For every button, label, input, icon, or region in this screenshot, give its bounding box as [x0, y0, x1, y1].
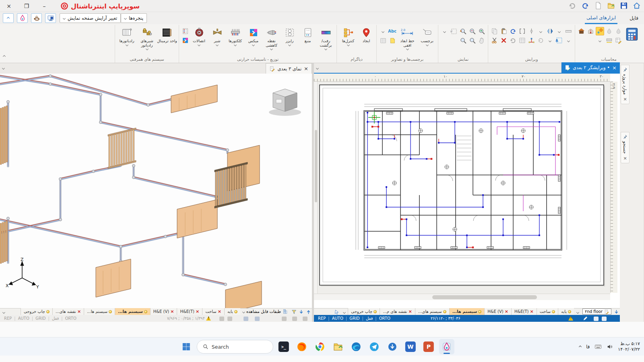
layer-tab-4[interactable]: سیستم ها...: [115, 308, 150, 315]
windows-dropdown[interactable]: پنجره‌ها: [121, 13, 147, 23]
group-brackets-icon[interactable]: [518, 27, 526, 35]
layer-hidden-x-icon[interactable]: ×: [409, 309, 412, 314]
status-mode-3[interactable]: قفل: [366, 316, 373, 321]
axis-icon[interactable]: [527, 27, 536, 35]
source-button[interactable]: منبع: [299, 25, 317, 43]
status-icon-b[interactable]: [227, 317, 232, 321]
status-mode-2[interactable]: GRID: [349, 316, 359, 321]
move-layer-down-icon[interactable]: [297, 309, 305, 315]
dock-tab-close-icon[interactable]: ×: [623, 97, 627, 102]
speaker-icon[interactable]: [607, 343, 613, 350]
layer-hidden-x-icon[interactable]: ×: [170, 309, 174, 314]
layer-visible-bulb-icon[interactable]: [443, 310, 446, 313]
diagram-create-button[interactable]: ایجاد: [358, 25, 375, 43]
rotate-chevron-icon[interactable]: [546, 36, 554, 45]
tab-2d-editor[interactable]: × • ویرایشگر ۲ بعدی: [561, 62, 620, 73]
labels-chevron-icon[interactable]: [379, 27, 387, 35]
sheet-send-icon[interactable]: [613, 309, 620, 315]
delete-icon[interactable]: [500, 36, 508, 45]
layer-tab-3[interactable]: ×H&E (V): [484, 308, 511, 315]
layer-tab-5[interactable]: سیستم ها...: [84, 308, 115, 315]
layer-hidden-x-icon[interactable]: ×: [530, 309, 533, 314]
layer-tab-1[interactable]: ساخت: [537, 308, 558, 315]
zoom-all-icon[interactable]: A: [459, 27, 467, 35]
taskbar-app-terminal[interactable]: >_: [276, 339, 291, 354]
maximize-window-button[interactable]: ❐: [18, 0, 35, 12]
status-icon-g[interactable]: [303, 317, 308, 321]
water-supply-icon[interactable]: [605, 27, 613, 35]
zoom-window-icon[interactable]: [468, 36, 477, 45]
minimize-window-button[interactable]: –: [35, 0, 53, 12]
status-mode-1[interactable]: AUTO: [18, 316, 29, 321]
layer-tab-6[interactable]: ×نقشه های م...: [380, 308, 415, 315]
layer-visible-bulb-icon[interactable]: [144, 310, 147, 313]
tab-main-tools[interactable]: ابزارهای اصلی: [585, 12, 617, 24]
image-table-icon[interactable]: [379, 36, 387, 45]
close-3d-tab-icon[interactable]: ×: [304, 66, 308, 71]
calc-more-chevron-icon[interactable]: [596, 36, 604, 45]
zoom-in-icon[interactable]: [477, 27, 486, 35]
layer-tab-7[interactable]: چاپ خروجی: [348, 308, 380, 315]
select-chevron-icon[interactable]: [564, 36, 573, 45]
taskbar-app-telegram[interactable]: [367, 339, 382, 354]
display-layout-dropdown[interactable]: تغییر آرایش صفحه نمایش: [60, 13, 121, 23]
mix-button[interactable]: میکس: [244, 25, 262, 46]
water-demand-icon[interactable]: [614, 27, 623, 35]
taskbar-app-powerpoint[interactable]: P: [421, 339, 436, 354]
measure-icon[interactable]: [564, 27, 573, 35]
array-icon[interactable]: [518, 36, 526, 45]
taskbar-app-firefox[interactable]: [294, 339, 310, 354]
finned-radiator-1[interactable]: [108, 128, 136, 169]
status-icon-f[interactable]: [292, 317, 297, 321]
taskbar-app-file-explorer[interactable]: [330, 339, 346, 354]
warning-icon[interactable]: [206, 316, 211, 321]
dock-tab-1[interactable]: جستجو×: [621, 132, 630, 163]
warning-icon[interactable]: [568, 316, 573, 321]
tab-3d-view[interactable]: × نمای ۳ بعدی: [266, 63, 312, 74]
diagram-controls-button[interactable]: کنترل‌ها: [339, 25, 358, 46]
thermal-load-icon[interactable]: [586, 27, 595, 35]
taskbar-search[interactable]: Search: [197, 340, 273, 354]
pen-mode-icon[interactable]: [583, 316, 588, 322]
radiator-valves-button[interactable]: شیرهای رادیاتور: [137, 25, 157, 50]
layer-tab-3[interactable]: ×H&E (V): [150, 308, 177, 315]
layer-visible-bulb-icon[interactable]: [478, 310, 481, 313]
horizontal-dimension-button[interactable]: 2.0 خط ابعاد افقی: [397, 25, 418, 50]
layer-hidden-x-icon[interactable]: ×: [218, 309, 221, 314]
selection-box-icon[interactable]: ΔP: [450, 27, 458, 35]
rotate-icon[interactable]: [537, 36, 545, 45]
layer-visible-bulb-icon[interactable]: [552, 310, 555, 313]
2d-layer-overflow-chevron-icon[interactable]: [341, 309, 348, 315]
start-button[interactable]: [179, 339, 194, 354]
zoom-previous-icon[interactable]: [459, 36, 467, 45]
status-icon-e[interactable]: [282, 317, 287, 321]
pointer-mode-icon[interactable]: [333, 309, 341, 315]
close-window-button[interactable]: ×: [0, 0, 18, 12]
layer-tab-5[interactable]: سیستم های...: [415, 308, 449, 315]
redo-icon[interactable]: [509, 36, 517, 45]
taskbar-app-chrome[interactable]: [312, 339, 328, 354]
connections-button[interactable]: اتصالات: [190, 25, 208, 46]
home-icon[interactable]: [633, 2, 641, 10]
dock-tab-0[interactable]: موارد پروژه×: [621, 65, 630, 104]
scheme-window-icon[interactable]: [181, 36, 190, 45]
pipe-sizing-icon[interactable]: [605, 36, 613, 45]
open-file-icon[interactable]: [607, 2, 615, 10]
taskbar-app-superpipe-active[interactable]: [439, 339, 454, 354]
status-mode-0[interactable]: REP: [318, 316, 326, 321]
status-icon-a[interactable]: [219, 317, 224, 321]
mirror-chevron-icon[interactable]: [537, 27, 545, 35]
status-mode-2[interactable]: GRID: [35, 316, 45, 321]
tab-file[interactable]: فایل: [628, 12, 640, 24]
layer-filter-icon[interactable]: [290, 309, 297, 315]
status-mode-1[interactable]: AUTO: [332, 316, 343, 321]
redo-quick-icon[interactable]: [568, 2, 576, 10]
layer-visible-bulb-icon[interactable]: [374, 310, 377, 313]
floor-name-box[interactable]: ۲nd floor: [582, 309, 611, 315]
select-text-icon[interactable]: [555, 36, 564, 45]
3d-layer-overflow-chevron-icon[interactable]: [0, 309, 7, 315]
status-icon-c[interactable]: [244, 317, 248, 321]
clock[interactable]: ۵:۱۷ ب.ظ ۱۴۰۲/۰۷/۲۲: [618, 341, 640, 352]
pin-icon[interactable]: [623, 67, 627, 72]
mirror-icon[interactable]: [546, 27, 554, 35]
